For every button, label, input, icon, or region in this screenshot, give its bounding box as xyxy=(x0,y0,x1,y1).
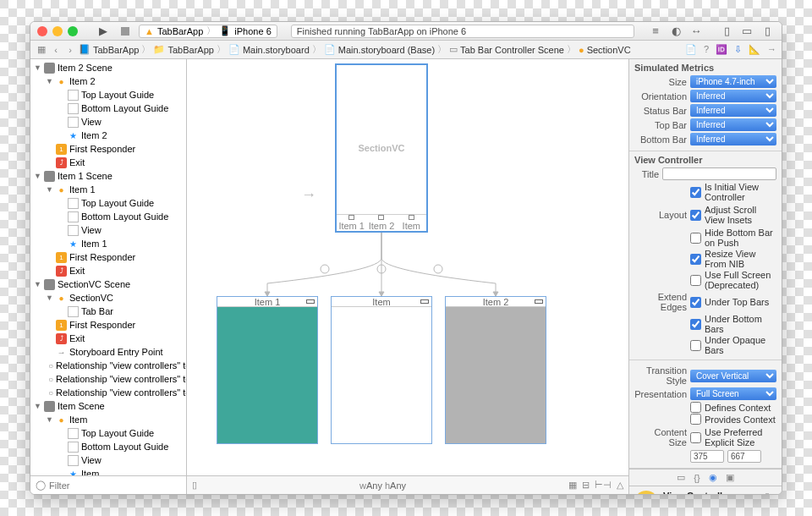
identity-inspector-icon[interactable]: 🆔 xyxy=(716,44,727,55)
panel-left-icon[interactable]: ▯ xyxy=(719,25,734,37)
scene-row[interactable]: ▼SectionVC Scene xyxy=(30,277,186,291)
breadcrumb[interactable]: 📘TabBarApp〉📁TabBarApp〉📄Main.storyboard〉📄… xyxy=(79,43,683,56)
breadcrumb-item[interactable]: 📄Main.storyboard xyxy=(228,44,310,55)
code-snippet-icon[interactable]: {} xyxy=(694,473,700,483)
breadcrumb-item[interactable]: 📘TabBarApp xyxy=(79,44,139,55)
tree-item[interactable]: View xyxy=(30,115,186,129)
tree-item[interactable]: Bottom Layout Guide xyxy=(30,102,186,115)
library-item[interactable]: ▭View Controller - A controller that man… xyxy=(629,486,782,494)
tree-item[interactable]: View xyxy=(30,223,186,237)
tree-extra[interactable]: 1First Responder xyxy=(30,318,186,332)
initial-vc-checkbox[interactable] xyxy=(690,187,701,198)
file-inspector-icon[interactable]: 📄 xyxy=(685,44,697,55)
tree-item[interactable]: Bottom Layout Guide xyxy=(30,440,186,453)
editor-assistant-icon[interactable]: ◐ xyxy=(668,25,683,37)
content-height-input[interactable] xyxy=(727,450,761,463)
scheme-selector[interactable]: ▲TabBarApp 〉 📱iPhone 6 xyxy=(139,25,277,38)
under-opaque-checkbox[interactable] xyxy=(690,340,701,351)
filter-input[interactable] xyxy=(49,480,181,491)
child-vc-1[interactable]: Item 1 xyxy=(217,296,318,444)
tree-item[interactable]: View xyxy=(30,453,186,467)
tree-item[interactable]: ★Item 1 xyxy=(30,237,186,250)
vc-title-input[interactable] xyxy=(662,167,776,180)
align-icon[interactable]: ⊟ xyxy=(582,480,590,491)
hide-bottom-checkbox[interactable] xyxy=(690,233,701,244)
tree-item[interactable]: ★Item 2 xyxy=(30,129,186,142)
under-bottom-checkbox[interactable] xyxy=(690,319,701,330)
child-vc-2[interactable]: Item xyxy=(331,296,432,444)
scene-row[interactable]: ▼Item Scene xyxy=(30,399,186,413)
transition-select[interactable]: Cover Vertical xyxy=(690,370,776,382)
breadcrumb-item[interactable]: ●SectionVC xyxy=(579,45,631,55)
filter-icon: ◯ xyxy=(36,480,46,491)
tree-extra[interactable]: ○Relationship "view controllers" to … xyxy=(30,372,186,386)
tree-extra[interactable]: ⤴Exit xyxy=(30,156,186,169)
presentation-select[interactable]: Full Screen xyxy=(690,387,776,400)
bottombar-select[interactable]: Inferred xyxy=(690,133,776,145)
pin-icon[interactable]: ⊢⊣ xyxy=(595,480,612,491)
size-class-label[interactable]: wAny hAny xyxy=(197,480,568,491)
tree-item[interactable]: Top Layout Guide xyxy=(30,88,186,102)
scene-row[interactable]: ▼Item 2 Scene xyxy=(30,61,186,74)
orientation-select[interactable]: Inferred xyxy=(690,90,776,102)
vc-row[interactable]: ▼●Item 2 xyxy=(30,74,186,88)
stop-button[interactable] xyxy=(117,25,134,38)
tree-item[interactable]: Tab Bar xyxy=(30,305,186,318)
run-button[interactable]: ▶ xyxy=(95,25,112,38)
tree-extra[interactable]: ⤴Exit xyxy=(30,332,186,345)
forward-button[interactable]: › xyxy=(64,45,76,55)
size-select[interactable]: iPhone 4.7-inch xyxy=(690,75,776,88)
tree-item[interactable]: Top Layout Guide xyxy=(30,426,186,440)
vc-row[interactable]: ▼●Item 1 xyxy=(30,183,186,196)
explicit-size-checkbox[interactable] xyxy=(690,432,701,443)
resize-nib-checkbox[interactable] xyxy=(690,254,701,265)
tree-extra[interactable]: ⤴Exit xyxy=(30,264,186,277)
editor-standard-icon[interactable]: ≡ xyxy=(648,25,663,37)
child-vc-3[interactable]: Item 2 xyxy=(445,296,546,444)
minimize-button[interactable] xyxy=(52,26,63,36)
zoom-button[interactable] xyxy=(68,26,78,36)
editor-version-icon[interactable]: ↔ xyxy=(689,25,704,37)
scene-row[interactable]: ▼Item 1 Scene xyxy=(30,169,186,183)
close-button[interactable] xyxy=(37,26,47,36)
tree-item[interactable]: Top Layout Guide xyxy=(30,196,186,210)
breadcrumb-item[interactable]: 📁TabBarApp xyxy=(153,44,213,55)
library-item-icon: ▭ xyxy=(634,491,658,494)
connections-inspector-icon[interactable]: → xyxy=(767,44,776,55)
panel-right-icon[interactable]: ▯ xyxy=(760,25,775,37)
provides-context-checkbox[interactable] xyxy=(690,414,701,425)
panel-bottom-icon[interactable]: ▭ xyxy=(739,25,754,37)
vc-row[interactable]: ▼●Item xyxy=(30,413,186,426)
size-inspector-icon[interactable]: 📐 xyxy=(749,44,760,55)
tree-item[interactable]: ★Item xyxy=(30,467,186,475)
file-template-icon[interactable]: ▭ xyxy=(677,472,685,483)
adjust-insets-checkbox[interactable] xyxy=(690,210,701,221)
storyboard-canvas[interactable]: → SectionVC Item 1 Item 2 Item xyxy=(187,59,629,494)
svg-point-2 xyxy=(434,265,442,273)
tree-item[interactable]: Bottom Layout Guide xyxy=(30,210,186,223)
fullscreen-checkbox[interactable] xyxy=(690,275,701,286)
back-button[interactable]: ‹ xyxy=(50,45,62,55)
related-items-icon[interactable]: ▦ xyxy=(36,44,47,55)
under-top-checkbox[interactable] xyxy=(690,297,701,308)
tree-extra[interactable]: 1First Responder xyxy=(30,250,186,264)
tree-extra[interactable]: 1First Responder xyxy=(30,142,186,156)
tree-extra[interactable]: ○Relationship "view controllers" to … xyxy=(30,359,186,372)
resolve-icon[interactable]: △ xyxy=(617,480,623,491)
embed-icon[interactable]: ▦ xyxy=(568,480,577,491)
tree-extra[interactable]: ○Relationship "view controllers" to … xyxy=(30,386,186,399)
defines-context-checkbox[interactable] xyxy=(690,402,701,413)
topbar-select[interactable]: Inferred xyxy=(690,118,776,131)
media-library-icon[interactable]: ▣ xyxy=(726,472,734,483)
breadcrumb-item[interactable]: 📄Main.storyboard (Base) xyxy=(324,44,435,55)
breadcrumb-item[interactable]: ▭Tab Bar Controller Scene xyxy=(449,44,564,55)
object-library-icon[interactable]: ◉ xyxy=(709,472,717,483)
document-outline: ▼Item 2 Scene▼●Item 2Top Layout GuideBot… xyxy=(30,59,187,494)
help-inspector-icon[interactable]: ? xyxy=(704,44,709,55)
attributes-inspector-icon[interactable]: ⇩ xyxy=(734,44,742,55)
section-vc-box[interactable]: SectionVC Item 1 Item 2 Item xyxy=(335,63,428,233)
tree-extra[interactable]: →Storyboard Entry Point xyxy=(30,345,186,359)
content-width-input[interactable] xyxy=(690,450,724,463)
vc-row[interactable]: ▼●SectionVC xyxy=(30,291,186,305)
statusbar-select[interactable]: Inferred xyxy=(690,104,776,117)
